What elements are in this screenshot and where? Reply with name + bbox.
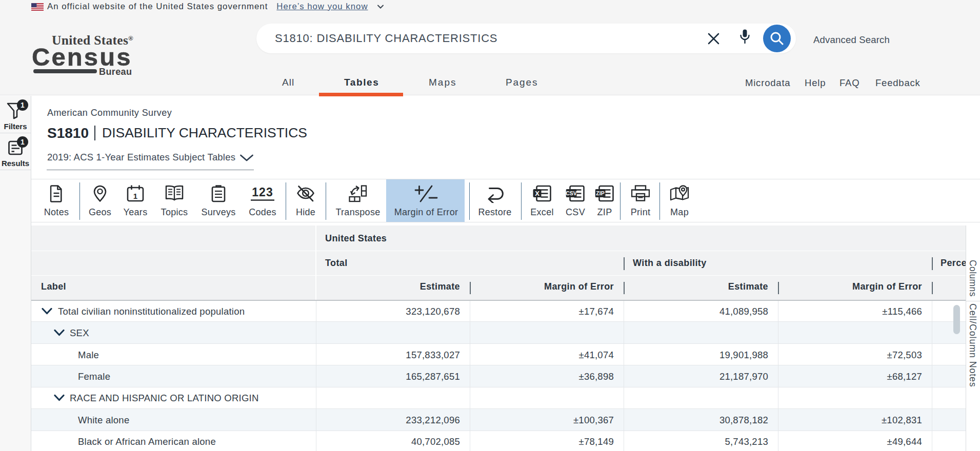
svg-text:ZIP: ZIP <box>596 190 604 196</box>
svg-text:CSV: CSV <box>566 190 577 196</box>
svg-text:123: 123 <box>252 186 273 199</box>
svg-text:1: 1 <box>133 192 137 200</box>
svg-text:X: X <box>535 190 539 197</box>
